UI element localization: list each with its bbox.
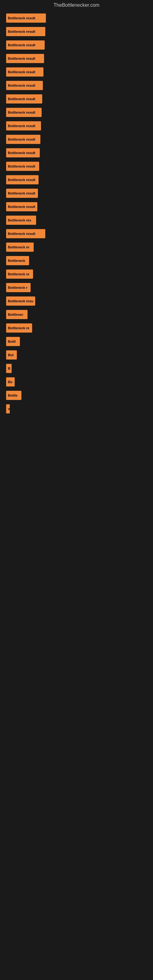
bar-row: Bottleneck result (6, 134, 147, 145)
bar-19: Bottleneck re (6, 269, 33, 279)
bar-label-6: Bottleneck result (8, 97, 35, 101)
bar-label-15: Bottleneck res (8, 218, 31, 222)
bar-1: Bottleneck result (6, 27, 45, 36)
bar-25: Bot (6, 350, 17, 360)
bar-16: Bottleneck result (6, 229, 45, 238)
bar-label-13: Bottleneck result (8, 191, 35, 195)
chart-container: Bottleneck resultBottleneck resultBottle… (0, 9, 153, 474)
bar-label-23: Bottleneck re (8, 326, 29, 330)
bar-26: B (6, 364, 12, 373)
bar-2: Bottleneck result (6, 40, 45, 49)
bar-label-20: Bottleneck r (8, 286, 27, 290)
bar-row: Bottleneck result (6, 174, 147, 186)
bar-3: Bottleneck result (6, 54, 44, 63)
bar-row: Bottleneck result (6, 107, 147, 118)
bar-15: Bottleneck res (6, 216, 36, 225)
bar-label-28: Bottle (8, 393, 18, 397)
bar-row: Bottleneck resu (6, 295, 147, 307)
bar-label-21: Bottleneck resu (8, 299, 33, 303)
bar-17: Bottleneck re (6, 243, 33, 252)
bar-29: n (6, 404, 10, 414)
bar-8: Bottleneck result (6, 121, 41, 130)
bar-10: Bottleneck result (6, 148, 40, 158)
bar-label-17: Bottleneck re (8, 245, 29, 249)
bar-label-24: Bottl (8, 340, 16, 343)
bar-label-1: Bottleneck result (8, 30, 35, 33)
site-title: TheBottlenecker.com (0, 0, 153, 9)
bar-row: Bottleneck re (6, 241, 147, 253)
bar-row: Bottleneck result (6, 228, 147, 240)
bar-label-0: Bottleneck result (8, 16, 35, 20)
bar-row: Bo (6, 376, 147, 388)
bar-18: Bottleneck (6, 256, 29, 265)
bar-27: Bo (6, 377, 15, 387)
bar-7: Bottleneck result (6, 108, 41, 117)
bar-row (6, 417, 147, 428)
bar-label-18: Bottleneck (8, 259, 25, 262)
bar-label-14: Bottleneck result (8, 205, 35, 208)
bar-row: Bottl (6, 336, 147, 347)
bar-label-22: Bottlenec (8, 313, 23, 317)
bar-row: Bottleneck result (6, 120, 147, 132)
bar-row: B (6, 363, 147, 374)
bar-22: Bottlenec (6, 310, 27, 319)
bar-row: Bottleneck re (6, 322, 147, 334)
bar-21: Bottleneck resu (6, 296, 35, 305)
bar-row: Bottle (6, 390, 147, 401)
bar-row: Bot (6, 349, 147, 361)
bar-row: Bottleneck res (6, 215, 147, 226)
bar-row: Bottleneck result (6, 26, 147, 37)
bar-5: Bottleneck result (6, 81, 43, 90)
bar-label-16: Bottleneck result (8, 232, 35, 235)
bar-row: Bottleneck r (6, 282, 147, 293)
bar-row: Bottleneck result (6, 161, 147, 172)
bar-row (6, 444, 147, 455)
bar-label-27: Bo (8, 380, 13, 384)
bar-9: Bottleneck result (6, 135, 40, 144)
bar-row: Bottleneck result (6, 66, 147, 78)
bar-label-5: Bottleneck result (8, 84, 35, 87)
bar-row: Bottleneck result (6, 52, 147, 64)
bar-label-10: Bottleneck result (8, 151, 35, 155)
bar-row: Bottleneck result (6, 80, 147, 91)
bar-row: Bottlenec (6, 309, 147, 320)
bar-6: Bottleneck result (6, 94, 42, 103)
bar-label-8: Bottleneck result (8, 124, 35, 128)
bar-4: Bottleneck result (6, 67, 43, 76)
bar-row (6, 457, 147, 469)
bar-24: Bottl (6, 337, 20, 346)
bar-0: Bottleneck result (6, 13, 46, 23)
bar-label-4: Bottleneck result (8, 70, 35, 74)
bar-label-12: Bottleneck result (8, 178, 35, 181)
bar-label-29: n (8, 407, 10, 411)
bar-row: Bottleneck result (6, 39, 147, 51)
bar-row: Bottleneck result (6, 188, 147, 199)
bar-20: Bottleneck r (6, 283, 30, 292)
bar-row: Bottleneck result (6, 147, 147, 159)
bar-13: Bottleneck result (6, 189, 38, 198)
bar-label-19: Bottleneck re (8, 272, 29, 276)
bar-row (6, 430, 147, 442)
bar-12: Bottleneck result (6, 175, 38, 185)
bar-label-25: Bot (8, 353, 13, 357)
bar-row: n (6, 403, 147, 415)
bar-11: Bottleneck result (6, 162, 39, 171)
bar-label-11: Bottleneck result (8, 164, 35, 168)
bar-label-2: Bottleneck result (8, 43, 35, 47)
bar-label-3: Bottleneck result (8, 57, 35, 60)
bar-row: Bottleneck result (6, 93, 147, 105)
bar-row: Bottleneck result (6, 201, 147, 213)
bar-23: Bottleneck re (6, 323, 32, 332)
bar-28: Bottle (6, 391, 21, 400)
bar-row: Bottleneck (6, 255, 147, 266)
bar-label-9: Bottleneck result (8, 137, 35, 141)
bar-label-7: Bottleneck result (8, 111, 35, 114)
bar-14: Bottleneck result (6, 202, 37, 211)
bar-row: Bottleneck result (6, 12, 147, 24)
bar-row: Bottleneck re (6, 268, 147, 280)
bar-label-26: B (8, 367, 10, 370)
